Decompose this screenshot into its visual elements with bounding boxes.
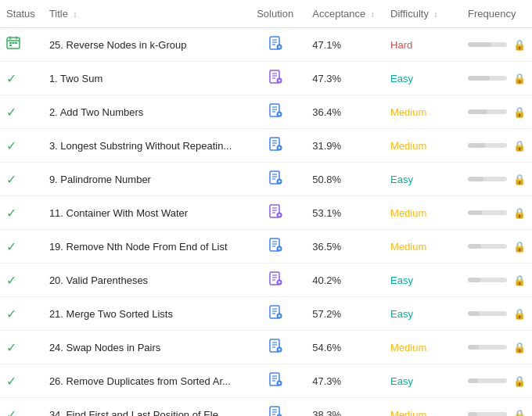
lock-icon: 🔒 (513, 39, 526, 51)
difficulty-cell[interactable]: Easy (384, 163, 462, 196)
title-cell[interactable]: 11. Container With Most Water (43, 196, 244, 230)
solution-cell[interactable] (244, 331, 306, 364)
problem-title-link[interactable]: 24. Swap Nodes in Pairs (49, 342, 160, 353)
frequency-bar-fill (468, 76, 490, 81)
solution-cell[interactable] (244, 297, 306, 331)
solution-cell[interactable] (244, 129, 306, 163)
check-icon: ✓ (6, 240, 16, 253)
frequency-cell: 🔒 (462, 129, 532, 163)
difficulty-cell[interactable]: Medium (384, 129, 462, 163)
lock-icon: 🔒 (513, 342, 526, 353)
calendar-icon (6, 39, 20, 52)
problem-title-link[interactable]: 2. Add Two Numbers (49, 106, 143, 118)
lock-icon: 🔒 (513, 308, 526, 320)
lock-icon: 🔒 (513, 140, 526, 152)
problem-title-link[interactable]: 20. Valid Parentheses (49, 274, 148, 286)
difficulty-label: Medium (390, 207, 426, 219)
table-row: ✓3. Longest Substring Without Repeatin..… (0, 129, 532, 163)
check-icon: ✓ (6, 106, 16, 119)
title-cell[interactable]: 3. Longest Substring Without Repeatin... (43, 129, 244, 163)
problem-title-link[interactable]: 25. Reverse Nodes in k-Group (49, 39, 187, 51)
solution-icon[interactable] (268, 140, 282, 153)
frequency-cell: 🔒 (462, 163, 532, 196)
frequency-bar (468, 143, 507, 148)
title-cell[interactable]: 2. Add Two Numbers (43, 95, 244, 129)
difficulty-cell[interactable]: Medium (384, 331, 462, 364)
frequency-cell: 🔒 (462, 28, 532, 62)
solution-icon[interactable] (268, 39, 282, 52)
difficulty-cell[interactable]: Medium (384, 398, 462, 417)
status-cell: ✓ (0, 163, 43, 196)
frequency-cell: 🔒 (462, 95, 532, 129)
title-cell[interactable]: 24. Swap Nodes in Pairs (43, 331, 244, 364)
title-cell[interactable]: 9. Palindrome Number (43, 163, 244, 196)
solution-cell[interactable] (244, 364, 306, 398)
difficulty-cell[interactable]: Easy (384, 297, 462, 331)
svg-rect-4 (9, 42, 12, 44)
title-cell[interactable]: 26. Remove Duplicates from Sorted Ar... (43, 364, 244, 398)
solution-cell[interactable] (244, 264, 306, 297)
check-icon: ✓ (6, 341, 16, 354)
col-header-title[interactable]: Title ↕ (43, 0, 244, 28)
acceptance-cell: 36.4% (306, 95, 384, 129)
difficulty-cell[interactable]: Easy (384, 264, 462, 297)
frequency-bar-fill (468, 278, 480, 282)
problem-title-link[interactable]: 26. Remove Duplicates from Sorted Ar... (49, 375, 231, 387)
difficulty-label: Medium (390, 241, 426, 253)
difficulty-cell[interactable]: Medium (384, 95, 462, 129)
solution-icon[interactable] (268, 207, 282, 221)
difficulty-label: Medium (390, 140, 426, 152)
problem-title-link[interactable]: 3. Longest Substring Without Repeatin... (49, 140, 232, 152)
solution-cell[interactable] (244, 62, 306, 95)
problem-title-link[interactable]: 11. Container With Most Water (49, 207, 188, 219)
solution-icon[interactable] (268, 274, 282, 288)
acceptance-cell: 57.2% (306, 297, 384, 331)
title-cell[interactable]: 21. Merge Two Sorted Lists (43, 297, 244, 331)
acceptance-cell: 36.5% (306, 230, 384, 264)
solution-cell[interactable] (244, 28, 306, 62)
solution-cell[interactable] (244, 95, 306, 129)
difficulty-cell[interactable]: Medium (384, 230, 462, 264)
check-icon: ✓ (6, 408, 16, 417)
problem-title-link[interactable]: 34. Find First and Last Position of Ele.… (49, 409, 227, 417)
solution-icon[interactable] (268, 106, 282, 120)
frequency-bar-container: 🔒 (468, 207, 526, 219)
title-cell[interactable]: 25. Reverse Nodes in k-Group (43, 28, 244, 62)
solution-icon[interactable] (268, 73, 282, 86)
difficulty-cell[interactable]: Hard (384, 28, 462, 62)
col-header-frequency[interactable]: Frequency (462, 0, 532, 28)
solution-icon[interactable] (268, 241, 282, 254)
acceptance-cell: 50.8% (306, 163, 384, 196)
difficulty-cell[interactable]: Easy (384, 62, 462, 95)
solution-cell[interactable] (244, 163, 306, 196)
status-cell: ✓ (0, 331, 43, 364)
frequency-bar-fill (468, 378, 478, 383)
solution-icon[interactable] (268, 409, 282, 416)
frequency-bar (468, 378, 507, 383)
solution-icon[interactable] (268, 342, 282, 355)
difficulty-cell[interactable]: Medium (384, 196, 462, 230)
title-cell[interactable]: 19. Remove Nth Node From End of List (43, 230, 244, 264)
solution-icon[interactable] (268, 174, 282, 187)
title-cell[interactable]: 34. Find First and Last Position of Ele.… (43, 398, 244, 417)
frequency-cell: 🔒 (462, 364, 532, 398)
acceptance-cell: 53.1% (306, 196, 384, 230)
difficulty-cell[interactable]: Easy (384, 364, 462, 398)
problem-title-link[interactable]: 19. Remove Nth Node From End of List (49, 241, 228, 253)
title-cell[interactable]: 1. Two Sum (43, 62, 244, 95)
solution-cell[interactable] (244, 196, 306, 230)
frequency-bar-container: 🔒 (468, 409, 526, 417)
col-header-difficulty[interactable]: Difficulty ↕ (384, 0, 462, 28)
col-header-acceptance[interactable]: Acceptance ↕ (306, 0, 384, 28)
title-cell[interactable]: 20. Valid Parentheses (43, 264, 244, 297)
problem-title-link[interactable]: 1. Two Sum (49, 73, 102, 84)
solution-icon[interactable] (268, 375, 282, 389)
solution-cell[interactable] (244, 230, 306, 264)
frequency-cell: 🔒 (462, 196, 532, 230)
problem-title-link[interactable]: 21. Merge Two Sorted Lists (49, 308, 173, 320)
col-header-solution[interactable]: Solution (244, 0, 306, 28)
solution-cell[interactable] (244, 398, 306, 417)
solution-icon[interactable] (268, 308, 282, 321)
problem-title-link[interactable]: 9. Palindrome Number (49, 174, 151, 185)
col-header-status[interactable]: Status (0, 0, 43, 28)
